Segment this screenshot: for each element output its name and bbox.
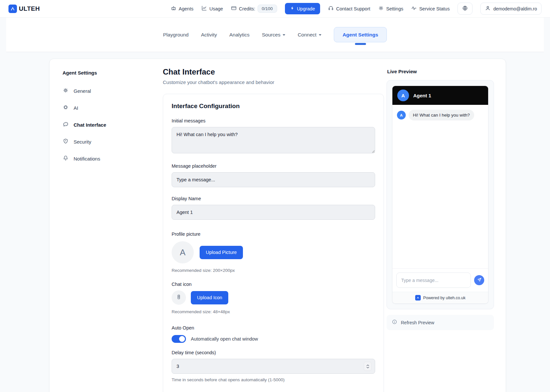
display-name-input[interactable]	[172, 205, 375, 220]
delay-time-input[interactable]	[172, 359, 375, 374]
credits-badge: 0/100	[258, 5, 277, 13]
upgrade-button[interactable]: Upgrade	[285, 3, 320, 14]
settings-sidebar: Agent Settings General AI Chat Interface…	[58, 67, 156, 169]
toggle-knob	[179, 336, 185, 342]
live-preview-title: Live Preview	[387, 69, 494, 74]
delay-time-label: Delay time (seconds)	[172, 350, 375, 355]
profile-picture-group: Profile picture A Upload Picture Recomme…	[172, 231, 375, 273]
auto-open-group: Auto Open Automatically open chat window	[172, 325, 375, 343]
sidebar-item-general[interactable]: General	[63, 84, 156, 98]
language-globe-button[interactable]	[458, 3, 472, 15]
refresh-preview-button[interactable]: Refresh Preview	[387, 315, 494, 330]
agent-message-bubble: Hi! What can I help you with?	[409, 110, 474, 120]
gear-icon	[378, 5, 384, 12]
delay-time-group: Delay time (seconds) Time in seconds bef…	[172, 350, 375, 382]
agent-avatar: A	[397, 90, 409, 101]
sidebar-title: Agent Settings	[63, 70, 156, 76]
tab-playground[interactable]: Playground	[163, 32, 189, 38]
info-icon	[392, 319, 397, 326]
auto-open-toggle-label: Automatically open chat window	[191, 336, 258, 342]
sidebar-item-label: Chat Interface	[74, 122, 106, 128]
pulse-icon	[411, 5, 417, 12]
credit-card-icon	[231, 5, 237, 12]
send-button[interactable]	[474, 275, 484, 285]
user-icon	[485, 5, 491, 12]
powered-by-label[interactable]: Powered by ulteh.co.uk	[423, 296, 466, 300]
ulteh-logo-icon	[8, 5, 17, 13]
shield-icon	[63, 138, 69, 145]
page-subtitle: Customize your chatbot's appearance and …	[163, 79, 384, 85]
page-title: Chat Interface	[163, 67, 384, 77]
initial-messages-textarea[interactable]: Hi! What can I help you with?	[172, 127, 375, 153]
initial-messages-group: Initial messages Hi! What can I help you…	[172, 118, 375, 155]
tab-activity[interactable]: Activity	[201, 32, 217, 38]
chat-icon-group: Chat icon Upload Icon Recommended size: …	[172, 282, 375, 314]
sidebar-item-chat-interface[interactable]: Chat Interface	[63, 118, 156, 132]
interface-configuration-card: Interface Configuration Initial messages…	[163, 94, 384, 392]
bell-icon	[63, 155, 69, 162]
contact-support-label: Contact Support	[336, 6, 370, 11]
sidebar-item-label: General	[74, 88, 91, 94]
ulteh-logo-icon	[415, 295, 421, 301]
nav-usage[interactable]: Usage	[201, 5, 223, 12]
initial-messages-label: Initial messages	[172, 118, 375, 123]
document-lines-icon	[176, 294, 182, 301]
robot-icon	[171, 5, 176, 12]
nav-usage-label: Usage	[209, 6, 223, 11]
refresh-preview-label: Refresh Preview	[401, 320, 434, 325]
nav-agents[interactable]: Agents	[171, 5, 193, 12]
chat-icon-hint: Recommended size: 48×48px	[172, 309, 375, 314]
tab-sources[interactable]: Sources	[262, 32, 285, 38]
agent-tab-bar: Playground Activity Analytics Sources Co…	[6, 18, 544, 52]
settings-label: Settings	[386, 6, 403, 11]
section-title: Interface Configuration	[172, 103, 375, 110]
sidebar-item-notifications[interactable]: Notifications	[63, 152, 156, 165]
message-placeholder-input[interactable]	[172, 172, 375, 187]
nav-contact-support[interactable]: Contact Support	[328, 5, 370, 12]
upgrade-label: Upgrade	[297, 6, 315, 11]
nav-agents-label: Agents	[179, 6, 193, 11]
app-screen: ULTEH Agents Usage Credits: 0/100 Upgrad…	[0, 0, 550, 392]
chevron-down-icon	[319, 34, 321, 36]
sidebar-item-security[interactable]: Security	[63, 135, 156, 148]
tab-sources-label: Sources	[262, 32, 280, 38]
globe-icon	[462, 5, 468, 12]
agent-name: Agent 1	[413, 93, 431, 98]
upload-picture-button[interactable]: Upload Picture	[200, 246, 243, 259]
service-status-label: Service Status	[419, 6, 450, 11]
active-tab-indicator	[355, 43, 366, 45]
auto-open-label: Auto Open	[172, 325, 375, 330]
chat-widget-input-row	[392, 268, 488, 292]
chat-widget-footer: Powered by ulteh.co.uk	[392, 292, 488, 303]
brand-logo[interactable]: ULTEH	[8, 5, 40, 13]
message-placeholder-group: Message placeholder	[172, 163, 375, 187]
tab-agent-settings-wrap: Agent Settings	[334, 32, 387, 38]
account-menu-button[interactable]: demodemo@aldim.ro	[480, 3, 542, 15]
chat-widget-header: A Agent 1	[392, 86, 488, 105]
top-nav-links: Agents Usage Credits: 0/100 Upgrade Cont…	[171, 3, 542, 15]
chat-icon-label: Chat icon	[172, 282, 375, 287]
number-stepper[interactable]	[364, 362, 372, 371]
tab-analytics[interactable]: Analytics	[229, 32, 249, 38]
nav-service-status[interactable]: Service Status	[411, 5, 450, 12]
nav-settings[interactable]: Settings	[378, 5, 403, 12]
chat-widget-preview: A Agent 1 A Hi! What can I help you with…	[392, 86, 488, 304]
chat-interface-settings: Chat Interface Customize your chatbot's …	[163, 67, 384, 392]
sidebar-item-label: Notifications	[74, 156, 100, 161]
tab-connect-label: Connect	[298, 32, 317, 38]
auto-open-toggle[interactable]	[172, 335, 186, 343]
chevron-down-icon	[283, 34, 285, 36]
upload-icon-button[interactable]: Upload Icon	[191, 291, 228, 304]
tab-connect[interactable]: Connect	[298, 32, 321, 38]
brand-name: ULTEH	[19, 5, 40, 12]
credits-indicator: Credits: 0/100	[231, 5, 277, 13]
sidebar-item-ai[interactable]: AI	[63, 101, 156, 115]
live-preview-card: A Agent 1 A Hi! What can I help you with…	[387, 80, 494, 309]
live-preview-panel: Live Preview A Agent 1 A Hi! What can I …	[387, 67, 494, 330]
tab-agent-settings[interactable]: Agent Settings	[334, 27, 387, 42]
chat-icon-preview	[172, 290, 186, 305]
paper-plane-icon	[477, 277, 482, 283]
profile-avatar: A	[172, 241, 194, 263]
chat-message-input[interactable]	[396, 273, 471, 288]
sidebar-item-label: Security	[74, 139, 91, 145]
